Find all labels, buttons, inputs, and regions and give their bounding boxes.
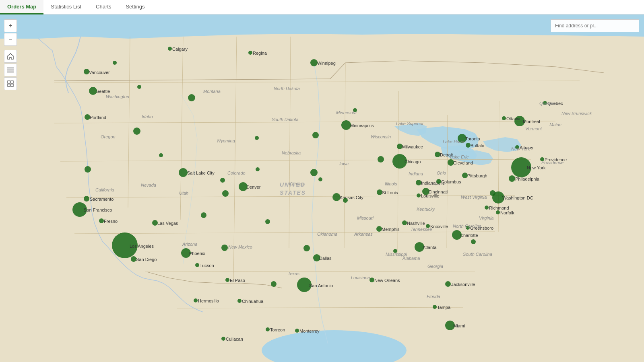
city-dot-montana-dot[interactable] [188,94,195,101]
city-dot-kansas-dot[interactable] [310,169,318,176]
home-button[interactable] [4,50,17,63]
city-dot-colorado-dot2[interactable] [222,190,229,197]
svg-rect-21 [8,81,10,83]
city-dot-salt-lake-city[interactable] [179,168,188,177]
city-dot-oregon-dot[interactable] [85,166,91,173]
city-dot-san-francisco[interactable] [72,202,87,217]
tab-settings[interactable]: Settings [118,0,152,14]
header: Orders Map Statistics List Charts Settin… [0,0,644,14]
city-dot-mn-dot-lake[interactable] [353,108,357,112]
city-dot-kansas-dot2[interactable] [318,177,322,181]
city-dot-bc-dot[interactable] [113,61,117,65]
tab-statistics-list[interactable]: Statistics List [43,0,89,14]
city-dot-cincinnati[interactable] [422,188,429,195]
city-dot-nebraska-dot[interactable] [255,136,259,140]
city-dot-philadelphia[interactable] [509,175,515,182]
city-dot-columbus[interactable] [436,179,441,184]
find-address-input[interactable] [551,19,639,32]
city-dot-nm-dot2[interactable] [221,245,228,251]
city-dot-texas-dot[interactable] [303,245,310,251]
city-dot-sacramento[interactable] [84,196,89,202]
city-dot-toronto[interactable] [458,134,466,143]
city-dot-ottawa[interactable] [502,116,506,120]
city-dot-indianapolis[interactable] [416,180,421,185]
city-dot-quebec-dot[interactable] [543,101,547,105]
city-dot-seattle[interactable] [89,87,97,95]
city-dot-providence[interactable] [540,157,544,161]
city-dot-st-louis[interactable] [377,189,382,195]
city-dot-new-mexico-dot[interactable] [201,212,206,218]
city-dot-albany[interactable] [515,145,519,149]
city-dot-milwaukee[interactable] [397,144,402,149]
city-dot-jacksonville[interactable] [445,281,451,287]
zoom-out-button[interactable]: − [4,33,17,46]
city-dot-kansas-city[interactable] [332,193,341,201]
city-dot-new-orleans[interactable] [369,278,374,282]
svg-rect-18 [7,68,14,68]
svg-rect-22 [11,81,13,83]
city-dot-las-vegas[interactable] [152,220,158,226]
city-dot-hermosillo[interactable] [194,298,198,302]
city-dot-chihuahua[interactable] [237,299,242,303]
city-dot-knoxville[interactable] [426,224,430,228]
city-dot-tucson[interactable] [195,263,199,267]
left-toolbar: + − [4,19,17,90]
city-dot-colorado-dot1[interactable] [220,178,225,183]
city-dot-pittsburgh[interactable] [462,173,468,178]
layers-button[interactable] [4,77,17,90]
city-dot-torreon[interactable] [266,327,270,331]
city-dot-sd-dot[interactable] [312,132,319,138]
city-dot-minnesota-dot[interactable] [378,156,384,162]
city-dot-oklahoma-dot[interactable] [265,219,270,224]
tab-orders-map[interactable]: Orders Map [0,0,43,14]
city-dot-los-angeles[interactable] [112,232,138,258]
city-dot-louisville[interactable] [417,193,421,197]
city-dot-nashville[interactable] [402,220,407,225]
city-dot-iowa-dot[interactable] [256,167,260,171]
city-dot-sc-dot[interactable] [471,239,476,244]
city-dot-kc-dot2[interactable] [343,198,348,203]
city-dot-detroit[interactable] [435,152,440,157]
city-dot-baltimore[interactable] [490,190,495,196]
search-box [551,19,639,32]
city-dot-regina[interactable] [248,51,252,55]
city-dot-phoenix[interactable] [181,248,191,258]
city-dot-denver[interactable] [239,182,248,191]
city-dot-san-antonio[interactable] [297,278,312,292]
city-dot-monterrey[interactable] [295,329,299,333]
map-background [0,14,644,362]
city-dot-san-diego[interactable] [131,256,136,262]
list-button[interactable] [4,64,17,76]
city-dot-memphis[interactable] [376,226,382,232]
city-dot-vancouver[interactable] [84,69,89,74]
city-dot-minneapolis[interactable] [341,120,351,130]
city-dot-charlotte[interactable] [452,230,462,240]
city-dot-miami[interactable] [445,321,455,330]
city-dot-portland[interactable] [85,114,90,120]
city-dot-richmond[interactable] [485,206,489,210]
city-dot-chicago[interactable] [392,154,407,169]
city-dot-tampa[interactable] [433,305,437,309]
city-dot-idaho-dot1[interactable] [137,85,141,89]
city-dot-culiacan[interactable] [221,337,225,341]
city-dot-norfolk[interactable] [496,210,500,214]
city-dot-buffalo[interactable] [466,143,471,148]
city-dot-houston[interactable] [271,281,277,287]
city-dot-winnipeg[interactable] [310,59,318,66]
city-dot-atlanta[interactable] [415,242,424,252]
city-dot-wyoming-dot[interactable] [159,153,163,157]
city-dot-calgary[interactable] [168,47,172,51]
svg-rect-24 [11,84,13,86]
city-dot-montreal[interactable] [514,116,525,126]
tab-charts[interactable]: Charts [89,0,118,14]
svg-rect-20 [7,72,14,72]
city-dot-new-york[interactable] [511,157,531,177]
city-dot-el-paso[interactable] [225,278,229,282]
city-dot-idaho-dot2[interactable] [133,128,140,135]
city-dot-birmingham[interactable] [393,249,397,253]
zoom-in-button[interactable]: + [4,19,17,32]
city-dot-dallas[interactable] [313,254,320,261]
city-dot-greensboro[interactable] [466,226,470,230]
city-dot-cleveland[interactable] [448,159,454,166]
city-dot-fresno[interactable] [99,218,104,223]
